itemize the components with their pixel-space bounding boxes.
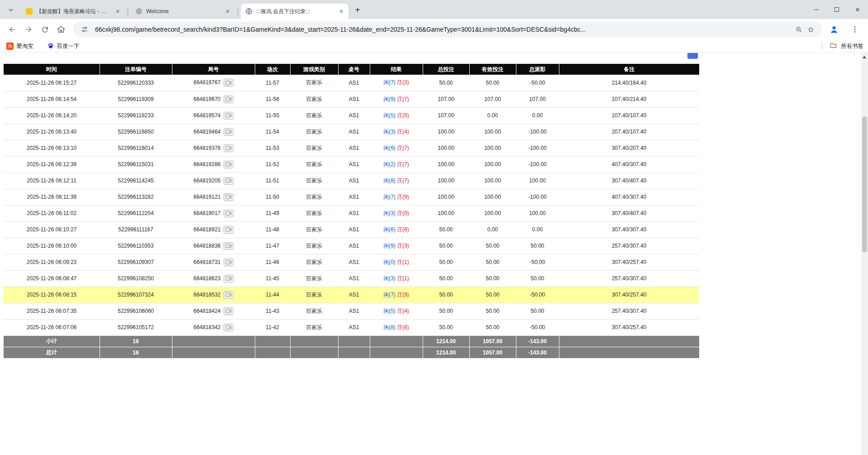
total-bet-link[interactable]: 50.00 xyxy=(423,319,469,335)
new-tab-button[interactable]: + xyxy=(351,4,364,16)
video-replay-button[interactable] xyxy=(224,307,234,315)
payout-cell: -100.00 xyxy=(516,156,559,172)
result-cell: 闲(2) 庄(7) xyxy=(370,156,423,172)
video-replay-button[interactable] xyxy=(224,324,234,331)
total-bet-link[interactable]: 50.00 xyxy=(423,303,469,319)
valid-bet-cell: 0.00 xyxy=(469,107,516,124)
tab-strip: 【新提醒】海燕策略论坛 - 综合 ✕ Welcome ✕ :::视讯 会员下注纪… xyxy=(0,0,868,19)
tab-forum[interactable]: 【新提醒】海燕策略论坛 - 综合 ✕ xyxy=(21,4,125,19)
menu-kebab-icon[interactable] xyxy=(847,22,863,37)
home-icon[interactable] xyxy=(53,22,69,37)
profile-avatar-icon[interactable] xyxy=(826,22,842,37)
url-text[interactable]: 66cxkj98.com/game/betrecord_search/kind3… xyxy=(95,26,788,33)
tab-bet-records[interactable]: :::视讯 会员下注纪录::: ✕ xyxy=(241,4,348,19)
table-row: 2025-11-26 06:13:10522996116014664819378… xyxy=(4,140,699,156)
game-type-cell: 百家乐 xyxy=(290,287,338,303)
total-bet-link[interactable]: 100.00 xyxy=(423,172,469,189)
total-bet-link[interactable]: 107.00 xyxy=(423,107,469,124)
scroll-up-arrow-icon[interactable] xyxy=(863,56,866,58)
partial-submit-button[interactable] xyxy=(687,53,698,59)
video-replay-button[interactable] xyxy=(224,177,234,185)
result-cell: 闲(7) 庄(9) xyxy=(370,189,423,205)
video-replay-button[interactable] xyxy=(224,291,234,299)
summary-total-bet: 1214.00 xyxy=(423,335,469,347)
toolbar-right xyxy=(826,22,863,37)
video-replay-button[interactable] xyxy=(224,226,234,234)
result-cell: 闲(7) 庄(3) xyxy=(370,75,423,91)
baidu-paw-icon xyxy=(47,42,54,51)
minimize-button[interactable] xyxy=(806,0,826,19)
scrollbar-thumb[interactable] xyxy=(862,116,867,252)
column-header: 注单编号 xyxy=(100,64,172,75)
player-result: 闲(3) xyxy=(383,275,396,282)
player-result: 闲(6) xyxy=(383,226,396,233)
result-cell: 闲(8) 庄(7) xyxy=(370,172,423,189)
bookmark-taobao[interactable]: 淘 爱淘宝 xyxy=(5,41,35,52)
video-replay-button[interactable] xyxy=(224,275,234,283)
video-replay-button[interactable] xyxy=(224,128,234,136)
total-bet-link[interactable]: 107.00 xyxy=(423,91,469,107)
tab-close-icon[interactable]: ✕ xyxy=(224,8,231,15)
table-no-cell: AS1 xyxy=(338,75,370,91)
total-bet-link[interactable]: 100.00 xyxy=(423,156,469,172)
zoom-icon[interactable] xyxy=(793,24,805,35)
vertical-scrollbar[interactable] xyxy=(861,53,868,455)
tab-close-icon[interactable]: ✕ xyxy=(338,8,345,15)
banker-result: 庄(7) xyxy=(397,177,409,184)
site-settings-icon[interactable] xyxy=(79,24,91,35)
video-replay-button[interactable] xyxy=(224,112,234,120)
note-cell: 307.40/257.40 xyxy=(559,287,699,303)
total-bet-link[interactable]: 100.00 xyxy=(423,140,469,156)
video-replay-button[interactable] xyxy=(224,144,234,152)
video-replay-button[interactable] xyxy=(224,210,234,217)
url-bar[interactable]: 66cxkj98.com/game/betrecord_search/kind3… xyxy=(73,22,822,37)
total-bet-link[interactable]: 50.00 xyxy=(423,221,469,238)
video-replay-button[interactable] xyxy=(224,259,234,266)
total-bet-link[interactable]: 50.00 xyxy=(423,287,469,303)
page-content: 时间注单编号局号场次游戏类别桌号结果总投注有效投注总派彩备注 2025-11-2… xyxy=(0,53,868,455)
game-type-cell: 百家乐 xyxy=(290,172,338,189)
video-replay-button[interactable] xyxy=(224,193,234,201)
total-bet-link[interactable]: 100.00 xyxy=(423,189,469,205)
session-cell: 11-55 xyxy=(255,107,290,124)
player-result: 闲(8) xyxy=(383,324,396,330)
tab-search-chevron-icon[interactable] xyxy=(5,4,17,16)
session-cell: 11-47 xyxy=(255,238,290,254)
banker-result: 庄(5) xyxy=(397,112,409,119)
total-bet-link[interactable]: 100.00 xyxy=(423,205,469,221)
player-result: 闲(9) xyxy=(383,145,396,151)
session-cell: 11-50 xyxy=(255,189,290,205)
note-cell: 257.40/307.40 xyxy=(559,303,699,319)
close-button[interactable]: ✕ xyxy=(847,0,868,19)
table-row: 2025-11-26 06:14:54522996119309664819670… xyxy=(4,91,699,107)
time-cell: 2025-11-26 06:13:40 xyxy=(4,124,100,140)
round-cell: 664818731 xyxy=(172,254,255,270)
total-bet-link[interactable]: 50.00 xyxy=(423,238,469,254)
bet-id-cell: 522996107324 xyxy=(100,287,172,303)
total-bet-link[interactable]: 50.00 xyxy=(423,270,469,287)
total-bet-link[interactable]: 100.00 xyxy=(423,124,469,140)
table-row: 2025-11-26 06:10:00522996110353664818836… xyxy=(4,238,699,254)
bookmark-star-icon[interactable] xyxy=(805,24,816,35)
round-cell: 664819767 xyxy=(172,75,255,91)
bookmark-baidu[interactable]: 百度一下 xyxy=(45,41,81,52)
video-replay-button[interactable] xyxy=(224,79,234,86)
video-replay-button[interactable] xyxy=(224,161,234,168)
forward-icon[interactable] xyxy=(21,22,36,37)
video-replay-button[interactable] xyxy=(224,96,234,103)
reload-icon[interactable] xyxy=(37,22,52,37)
session-cell: 11-43 xyxy=(255,303,290,319)
video-replay-button[interactable] xyxy=(224,242,234,250)
summary-label: 总计 xyxy=(4,347,100,358)
tab-welcome[interactable]: Welcome ✕ xyxy=(131,4,235,19)
back-icon[interactable] xyxy=(5,22,20,37)
tab-close-icon[interactable]: ✕ xyxy=(114,8,121,15)
valid-bet-cell: 50.00 xyxy=(469,75,516,91)
total-bet-link[interactable]: 50.00 xyxy=(423,254,469,270)
total-bet-link[interactable]: 50.00 xyxy=(423,75,469,91)
time-cell: 2025-11-26 06:14:54 xyxy=(4,91,100,107)
maximize-button[interactable] xyxy=(826,0,847,19)
all-bookmarks[interactable]: 所有书签 xyxy=(822,42,863,51)
column-header: 局号 xyxy=(172,64,255,75)
bet-id-cell: 522996110353 xyxy=(100,238,172,254)
